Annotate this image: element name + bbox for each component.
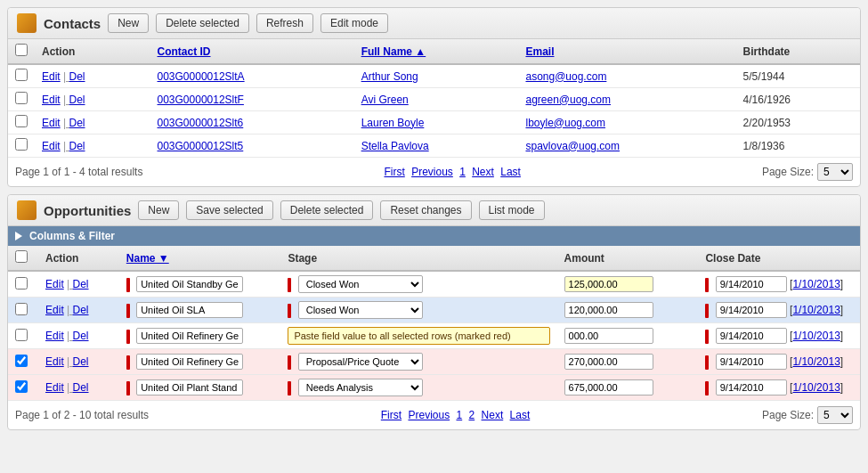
opp-col-stage: Stage (280, 246, 556, 271)
opp-page2-link[interactable]: 2 (469, 409, 475, 421)
subpanel-label: Columns & Filter (29, 230, 115, 242)
opp-row: Edit | Del ProspectingQualificationNeeds… (8, 298, 860, 323)
opportunities-table: Action Name ▼ Stage Amount Close Date Ed… (8, 246, 860, 401)
contact-edit-link[interactable]: Edit (42, 94, 61, 106)
opp-edit-link[interactable]: Edit (45, 355, 64, 368)
opp-page-links: First Previous 1 2 Next Last (379, 409, 531, 421)
contacts-pagesize-select[interactable]: 51020 (817, 163, 853, 181)
opportunities-panel: Opportunities New Save selected Delete s… (7, 194, 861, 430)
opp-new-button[interactable]: New (138, 200, 179, 220)
contacts-panel-header: Contacts New Delete selected Refresh Edi… (8, 8, 860, 39)
opp-edit-link[interactable]: Edit (45, 304, 64, 316)
contact-checkbox[interactable] (15, 115, 28, 127)
opp-amount-input[interactable] (564, 328, 653, 344)
opp-stage-select[interactable]: ProspectingQualificationNeeds AnalysisVa… (298, 353, 423, 371)
opp-checkbox[interactable] (15, 329, 28, 341)
opp-edit-link[interactable]: Edit (45, 330, 64, 342)
contacts-editmode-button[interactable]: Edit mode (320, 13, 388, 33)
contact-del-link[interactable]: Del (69, 70, 85, 83)
opp-subpanel-header[interactable]: Columns & Filter (8, 226, 860, 246)
opp-date-input[interactable] (716, 328, 787, 344)
opp-name-input[interactable] (136, 276, 243, 292)
contacts-col-email: Email (518, 39, 735, 64)
contacts-next-link[interactable]: Next (472, 166, 494, 178)
opp-stage-select[interactable]: ProspectingQualificationNeeds AnalysisVa… (298, 301, 423, 319)
opp-date-indicator (705, 278, 709, 292)
opp-date-link[interactable]: 1/10/2013 (792, 330, 840, 342)
opp-del-link[interactable]: Del (73, 330, 89, 342)
contacts-prev-link[interactable]: Previous (411, 166, 453, 178)
contact-del-link[interactable]: Del (69, 117, 85, 129)
opp-name-input[interactable] (136, 328, 243, 344)
opp-checkbox[interactable] (15, 303, 28, 315)
contacts-refresh-button[interactable]: Refresh (256, 13, 313, 33)
contact-id: 003G0000012SltA (150, 64, 354, 88)
opp-date-link[interactable]: 1/10/2013 (792, 381, 840, 394)
opp-listmode-button[interactable]: List mode (479, 200, 545, 220)
opp-name-input[interactable] (136, 354, 243, 370)
opp-next-link[interactable]: Next (482, 409, 504, 421)
opp-amount-input[interactable] (564, 302, 653, 318)
opp-stage-select[interactable]: ProspectingQualificationNeeds AnalysisVa… (298, 379, 423, 396)
opp-amount-input[interactable] (564, 379, 653, 396)
contact-checkbox[interactable] (15, 69, 28, 81)
contact-email: lboyle@uog.com (518, 111, 735, 135)
contact-del-link[interactable]: Del (69, 140, 85, 152)
contacts-page1-link[interactable]: 1 (459, 166, 466, 178)
contacts-first-link[interactable]: First (384, 166, 404, 178)
opp-date-input[interactable] (716, 302, 787, 318)
opp-row: Edit | Del Paste field value to all sele… (8, 323, 860, 349)
contact-id: 003G0000012Slt6 (150, 111, 354, 135)
opp-date-link[interactable]: 1/10/2013 (792, 278, 840, 290)
contact-actions: Edit | Del (35, 64, 150, 88)
opp-pagesize-select[interactable]: 51020 (817, 406, 853, 424)
opp-page1-link[interactable]: 1 (456, 409, 462, 421)
opp-amount-input[interactable] (564, 354, 653, 370)
opp-checkbox[interactable] (15, 355, 28, 367)
opp-amount (557, 349, 699, 375)
opp-date-input[interactable] (716, 276, 787, 292)
opp-name-input[interactable] (136, 379, 243, 396)
opp-save-button[interactable]: Save selected (186, 200, 272, 220)
contacts-title: Contacts (44, 16, 101, 31)
opp-del-link[interactable]: Del (73, 355, 89, 368)
opp-name-indicator (126, 304, 130, 318)
opp-select-all[interactable] (15, 250, 28, 263)
contacts-pagination: Page 1 of 1 - 4 total results First Prev… (8, 158, 860, 186)
opp-prev-link[interactable]: Previous (408, 409, 450, 421)
contact-checkbox[interactable] (15, 138, 28, 151)
opp-name-input[interactable] (136, 302, 243, 318)
contacts-last-link[interactable]: Last (500, 166, 521, 178)
contact-id: 003G0000012Slt5 (150, 135, 354, 158)
opp-reset-button[interactable]: Reset changes (380, 200, 471, 220)
opp-stage-select[interactable]: ProspectingQualificationNeeds AnalysisVa… (298, 275, 423, 293)
opp-checkbox[interactable] (15, 277, 28, 290)
opp-delete-button[interactable]: Delete selected (280, 200, 374, 220)
opp-date-link[interactable]: 1/10/2013 (792, 355, 840, 368)
opp-stage: ProspectingQualificationNeeds AnalysisVa… (280, 298, 556, 323)
opp-col-close: Close Date (698, 246, 860, 271)
opp-amount-input[interactable] (564, 276, 653, 292)
contacts-select-all[interactable] (15, 44, 28, 56)
opp-date-input[interactable] (716, 354, 787, 370)
opp-name (119, 323, 281, 349)
contact-edit-link[interactable]: Edit (42, 70, 61, 83)
contact-checkbox[interactable] (15, 92, 28, 104)
opp-date-link[interactable]: 1/10/2013 (792, 304, 840, 316)
opp-date-input[interactable] (716, 379, 787, 396)
opp-close-date: [1/10/2013] (698, 323, 860, 349)
contact-edit-link[interactable]: Edit (42, 140, 61, 152)
opp-checkbox[interactable] (15, 380, 28, 393)
contacts-new-button[interactable]: New (108, 13, 149, 33)
contact-edit-link[interactable]: Edit (42, 117, 61, 129)
opp-edit-link[interactable]: Edit (45, 381, 64, 394)
opp-edit-link[interactable]: Edit (45, 278, 64, 290)
opp-del-link[interactable]: Del (73, 304, 89, 316)
opp-amount (557, 271, 699, 298)
opp-first-link[interactable]: First (381, 409, 402, 421)
contacts-delete-button[interactable]: Delete selected (156, 13, 249, 33)
opp-last-link[interactable]: Last (510, 409, 531, 421)
contact-del-link[interactable]: Del (69, 94, 85, 106)
opp-del-link[interactable]: Del (73, 381, 89, 394)
opp-del-link[interactable]: Del (73, 278, 89, 290)
